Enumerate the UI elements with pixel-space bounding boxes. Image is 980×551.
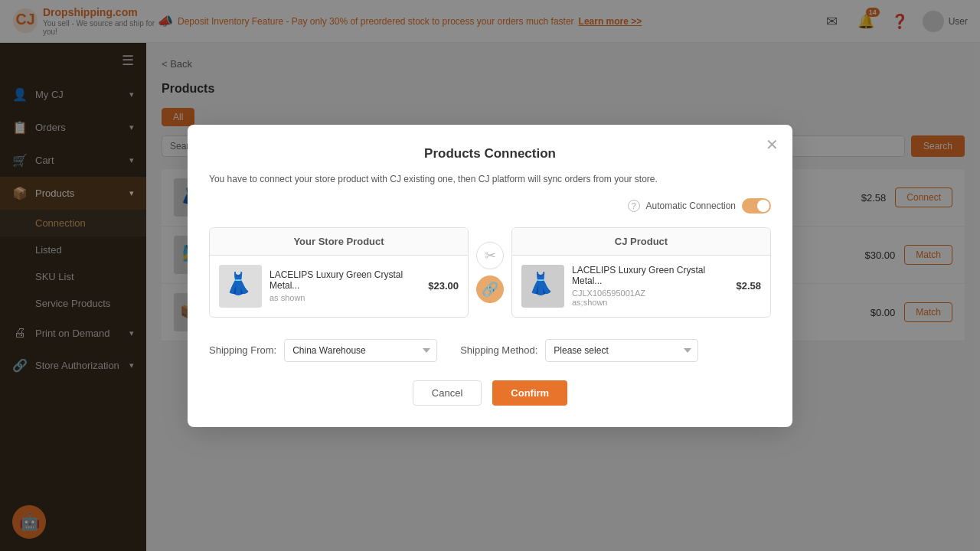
cj-product-panel-header: CJ Product	[512, 228, 770, 256]
cj-product-panel: CJ Product 👗 LACELIPS Luxury Green Cryst…	[511, 227, 771, 318]
store-product-price: $23.00	[428, 280, 459, 292]
scissors-icon-button[interactable]: ✂	[476, 242, 504, 269]
store-product-panel-header: Your Store Product	[210, 228, 468, 256]
store-product-panel: Your Store Product 👗 LACELIPS Luxury Gre…	[209, 227, 469, 318]
svg-text:👗: 👗	[225, 271, 252, 296]
store-product-name: LACELIPS Luxury Green Crystal Metal...	[270, 269, 420, 291]
shipping-from-group: Shipping From: China Warehouse US Wareho…	[209, 339, 437, 362]
modal-actions: Cancel Confirm	[209, 380, 771, 406]
modal-description: You have to connect your store product w…	[209, 174, 658, 184]
cj-product-price: $2.58	[736, 280, 761, 292]
products-panels: Your Store Product 👗 LACELIPS Luxury Gre…	[209, 227, 771, 318]
cj-product-info: LACELIPS Luxury Green Crystal Metal... C…	[572, 265, 728, 307]
cj-product-panel-body: 👗 LACELIPS Luxury Green Crystal Metal...…	[512, 256, 770, 317]
auto-connection-row: ? Automatic Connection	[209, 198, 771, 214]
cj-product-variant: as;shown	[572, 298, 728, 307]
cj-product-thumbnail: 👗	[521, 265, 564, 308]
shipping-from-label: Shipping From:	[209, 344, 276, 356]
cj-product-name: LACELIPS Luxury Green Crystal Metal...	[572, 265, 728, 286]
modal-overlay: Products Connection ✕ You have to connec…	[0, 0, 980, 551]
shipping-row: Shipping From: China Warehouse US Wareho…	[209, 339, 771, 362]
store-product-row: 👗 LACELIPS Luxury Green Crystal Metal...…	[219, 265, 459, 308]
modal-close-button[interactable]: ✕	[766, 137, 779, 152]
auto-connection-toggle[interactable]	[742, 198, 771, 214]
confirm-button[interactable]: Confirm	[492, 380, 567, 406]
store-product-variant: as shown	[270, 293, 420, 302]
svg-text:👗: 👗	[528, 271, 554, 296]
shipping-method-label: Shipping Method:	[460, 344, 537, 356]
store-product-panel-body: 👗 LACELIPS Luxury Green Crystal Metal...…	[210, 256, 468, 317]
shipping-from-select[interactable]: China Warehouse US Warehouse EU Warehous…	[284, 339, 437, 362]
shipping-method-select[interactable]: Please select	[545, 339, 698, 362]
link-icon-button[interactable]: 🔗	[476, 276, 504, 303]
products-connection-modal: Products Connection ✕ You have to connec…	[188, 125, 792, 427]
store-product-thumbnail: 👗	[219, 265, 262, 308]
cj-product-row: 👗 LACELIPS Luxury Green Crystal Metal...…	[521, 265, 761, 308]
shipping-method-group: Shipping Method: Please select	[460, 339, 698, 362]
store-product-info: LACELIPS Luxury Green Crystal Metal... a…	[270, 269, 420, 302]
modal-title: Products Connection	[209, 146, 771, 161]
auto-connection-help-icon[interactable]: ?	[628, 200, 640, 212]
toggle-knob	[757, 200, 769, 212]
connect-icons: ✂ 🔗	[469, 227, 511, 318]
cj-product-sku: CJLX106595001AZ	[572, 289, 728, 298]
cancel-button[interactable]: Cancel	[413, 380, 482, 406]
auto-connection-label: Automatic Connection	[646, 201, 736, 211]
